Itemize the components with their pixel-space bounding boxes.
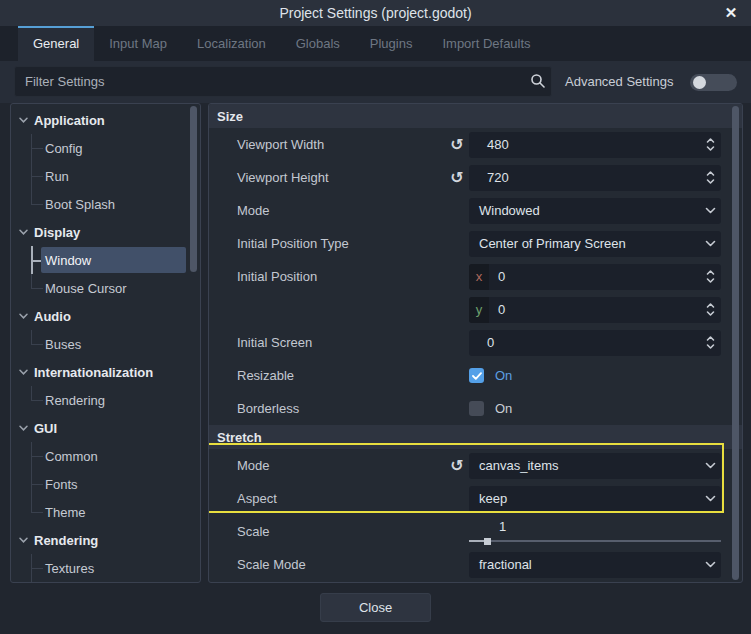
window-mode-dropdown[interactable]: Windowed xyxy=(469,198,721,224)
chevron-down-icon[interactable] xyxy=(19,425,28,431)
title-bar: Project Settings (project.godot) ✕ xyxy=(0,0,751,26)
revert-icon[interactable]: ↺ xyxy=(445,137,469,153)
chevron-down-icon[interactable] xyxy=(19,229,28,235)
setting-label: Scale Mode xyxy=(209,557,469,572)
search-icon xyxy=(530,73,546,89)
slider-track xyxy=(469,540,721,542)
sidebar-item-display[interactable]: Display xyxy=(11,218,200,246)
advanced-settings-toggle[interactable] xyxy=(690,74,737,91)
sidebar-item-application[interactable]: Application xyxy=(11,106,200,134)
spin-updown-icon[interactable] xyxy=(699,269,721,284)
chevron-down-icon xyxy=(699,462,721,469)
tab-strip: General Input Map Localization Globals P… xyxy=(0,26,751,61)
revert-icon[interactable]: ↺ xyxy=(445,170,469,186)
row-stretch-mode: Mode ↺ canvas_items xyxy=(209,449,742,482)
initial-position-x-value[interactable]: 0 xyxy=(489,269,699,284)
sidebar-item-gui[interactable]: GUI xyxy=(11,414,200,442)
sidebar-item-mouse-cursor[interactable]: Mouse Cursor xyxy=(11,274,200,302)
sidebar-item-internationalization[interactable]: Internationalization xyxy=(11,358,200,386)
tree-item-label: Boot Splash xyxy=(45,197,115,212)
axis-x-badge: x xyxy=(469,264,489,290)
tab-input-map[interactable]: Input Map xyxy=(94,26,182,61)
checkbox-state-label: On xyxy=(495,401,512,416)
viewport-height-field[interactable]: 720 xyxy=(469,165,721,191)
viewport-width-value[interactable]: 480 xyxy=(469,137,699,152)
viewport-height-value[interactable]: 720 xyxy=(469,170,699,185)
stretch-aspect-dropdown[interactable]: keep xyxy=(469,486,721,512)
tab-import-defaults[interactable]: Import Defaults xyxy=(427,26,545,61)
chevron-down-icon[interactable] xyxy=(19,117,28,123)
settings-content-panel: Size Viewport Width ↺ 480 Viewport Heigh… xyxy=(208,103,743,583)
sidebar-item-window[interactable]: Window xyxy=(11,246,200,274)
tree-item-label: Buses xyxy=(45,337,81,352)
spin-updown-icon[interactable] xyxy=(699,335,721,350)
tab-general[interactable]: General xyxy=(18,26,94,61)
slider-handle[interactable] xyxy=(484,538,491,545)
row-stretch-aspect: Aspect keep xyxy=(209,482,742,515)
section-header-stretch: Stretch xyxy=(209,425,742,449)
chevron-down-icon[interactable] xyxy=(19,369,28,375)
tree-item-label: Run xyxy=(45,169,69,184)
tree-group-label: Display xyxy=(34,225,80,240)
settings-tree: Application Config Run Boot Splash Displ… xyxy=(11,106,200,582)
tree-group-label: Rendering xyxy=(34,533,98,548)
sidebar-item-boot-splash[interactable]: Boot Splash xyxy=(11,190,200,218)
sidebar-item-config[interactable]: Config xyxy=(11,134,200,162)
close-button[interactable]: Close xyxy=(320,593,431,622)
chevron-down-icon xyxy=(699,240,721,247)
tab-localization[interactable]: Localization xyxy=(182,26,281,61)
advanced-settings-label: Advanced Settings xyxy=(565,61,673,103)
tree-group-label: GUI xyxy=(34,421,57,436)
tree-item-label: Window xyxy=(45,253,91,268)
sidebar-item-theme[interactable]: Theme xyxy=(11,498,200,526)
sidebar-scrollbar[interactable] xyxy=(190,106,197,272)
settings-tree-panel: Application Config Run Boot Splash Displ… xyxy=(10,103,201,583)
sidebar-item-rendering[interactable]: Rendering xyxy=(11,526,200,554)
tree-group-label: Audio xyxy=(34,309,71,324)
setting-label: Mode xyxy=(209,458,445,473)
axis-y-badge: y xyxy=(469,297,489,323)
stretch-mode-dropdown[interactable]: canvas_items xyxy=(469,453,721,479)
setting-label: Mode xyxy=(209,203,469,218)
initial-position-y-value[interactable]: 0 xyxy=(489,302,699,317)
initial-position-x-field[interactable]: x 0 xyxy=(469,264,721,290)
sidebar-item-fonts[interactable]: Fonts xyxy=(11,470,200,498)
setting-label: Initial Position Type xyxy=(209,236,469,251)
row-initial-position-y: y 0 xyxy=(209,293,742,326)
spin-updown-icon[interactable] xyxy=(699,302,721,317)
scale-mode-dropdown[interactable]: fractional xyxy=(469,552,721,578)
row-initial-screen: Initial Screen 0 xyxy=(209,326,742,359)
row-window-mode: Mode Windowed xyxy=(209,194,742,227)
sidebar-item-textures[interactable]: Textures xyxy=(11,554,200,582)
filter-settings-input[interactable] xyxy=(14,66,552,97)
tab-label: General xyxy=(33,36,79,51)
sidebar-item-audio[interactable]: Audio xyxy=(11,302,200,330)
dropdown-value: canvas_items xyxy=(469,458,699,473)
resizable-checkbox[interactable] xyxy=(469,368,484,383)
scale-slider[interactable]: 1 xyxy=(469,519,721,545)
tree-item-label: Config xyxy=(45,141,83,156)
section-title: Size xyxy=(209,109,243,124)
sidebar-item-common[interactable]: Common xyxy=(11,442,200,470)
close-icon[interactable]: ✕ xyxy=(719,0,743,26)
row-viewport-width: Viewport Width ↺ 480 xyxy=(209,128,742,161)
chevron-down-icon[interactable] xyxy=(19,313,28,319)
sidebar-item-intl-rendering[interactable]: Rendering xyxy=(11,386,200,414)
borderless-checkbox[interactable] xyxy=(469,401,484,416)
revert-icon[interactable]: ↺ xyxy=(445,458,469,474)
tab-globals[interactable]: Globals xyxy=(281,26,355,61)
sidebar-item-run[interactable]: Run xyxy=(11,162,200,190)
initial-position-type-dropdown[interactable]: Center of Primary Screen xyxy=(469,231,721,257)
content-scrollbar[interactable] xyxy=(732,106,739,580)
dialog-title: Project Settings (project.godot) xyxy=(279,5,471,21)
tab-label: Localization xyxy=(197,36,266,51)
sidebar-item-buses[interactable]: Buses xyxy=(11,330,200,358)
initial-position-y-field[interactable]: y 0 xyxy=(469,297,721,323)
tab-plugins[interactable]: Plugins xyxy=(355,26,428,61)
viewport-width-field[interactable]: 480 xyxy=(469,132,721,158)
spin-updown-icon[interactable] xyxy=(699,137,721,152)
initial-screen-field[interactable]: 0 xyxy=(469,330,721,356)
chevron-down-icon[interactable] xyxy=(19,537,28,543)
spin-updown-icon[interactable] xyxy=(699,170,721,185)
initial-screen-value[interactable]: 0 xyxy=(469,335,699,350)
